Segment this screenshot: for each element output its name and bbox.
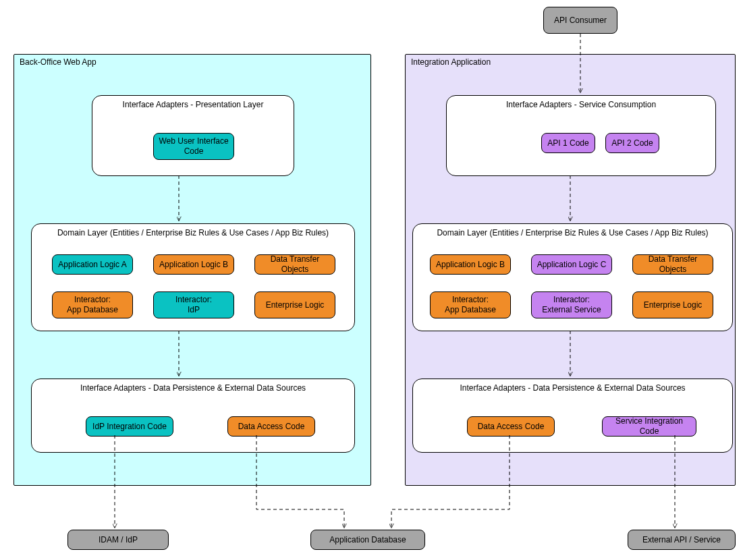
data-access-code: Data Access Code [227,416,315,437]
layer-title: Domain Layer (Entities / Enterprise Biz … [413,228,732,237]
interactor-db: Interactor: App Database [430,291,511,318]
layer-title: Interface Adapters - Presentation Layer [92,100,294,109]
layer-title: Domain Layer (Entities / Enterprise Biz … [32,228,354,237]
label: Application Logic B [159,260,228,270]
label: API Consumer [554,16,607,26]
right-domain-layer: Domain Layer (Entities / Enterprise Biz … [412,223,733,331]
integration-container: Integration Application Interface Adapte… [405,54,736,486]
layer-title: Interface Adapters - Data Persistence & … [32,383,354,393]
interactor-db: Interactor: App Database [52,291,133,318]
label: Interactor: App Database [445,295,496,315]
data-access-code: Data Access Code [467,416,555,437]
label: Data Transfer Objects [258,254,332,275]
left-domain-layer: Domain Layer (Entities / Enterprise Biz … [31,223,355,331]
app-logic-b: Application Logic B [153,254,234,275]
enterprise-logic: Enterprise Logic [254,291,335,318]
label: Application Logic C [537,260,607,270]
right-persistence-layer: Interface Adapters - Data Persistence & … [412,379,733,453]
idam-node: IDAM / IdP [67,530,169,550]
dto: Data Transfer Objects [632,254,713,275]
web-ui-node: Web User Interface Code [153,133,234,160]
label: Interactor: App Database [67,295,118,315]
api1-node: API 1 Code [541,133,595,153]
backoffice-container: Back-Office Web App Interface Adapters -… [13,54,371,486]
label: Application Logic B [436,260,505,270]
dto: Data Transfer Objects [254,254,335,275]
backoffice-title: Back-Office Web App [20,57,97,67]
interactor-idp: Interactor: IdP [153,291,234,318]
layer-title: Interface Adapters - Service Consumption [447,100,715,109]
left-persistence-layer: Interface Adapters - Data Persistence & … [31,379,355,453]
label: Data Access Code [478,422,545,432]
app-logic-b: Application Logic B [430,254,511,275]
app-database-node: Application Database [310,530,425,550]
label: Service Integration Code [605,416,693,437]
external-service-node: External API / Service [628,530,736,550]
label: IdP Integration Code [92,422,167,432]
app-logic-a: Application Logic A [52,254,133,275]
app-logic-c: Application Logic C [531,254,612,275]
layer-title: Interface Adapters - Data Persistence & … [413,383,732,393]
integration-title: Integration Application [411,57,491,67]
label: Application Database [329,535,406,545]
label: Interactor: External Service [542,295,601,315]
label: API 1 Code [547,138,588,148]
label: Web User Interface Code [157,136,231,157]
label: IDAM / IdP [99,535,138,545]
api2-node: API 2 Code [605,133,659,153]
label: Enterprise Logic [266,300,325,310]
label: API 2 Code [611,138,653,148]
label: Interactor: IdP [175,295,212,315]
enterprise-logic: Enterprise Logic [632,291,713,318]
label: Application Logic A [58,260,126,270]
service-integration-code: Service Integration Code [602,416,696,437]
idp-integration-code: IdP Integration Code [86,416,173,437]
label: Data Transfer Objects [636,254,710,275]
interactor-ext: Interactor: External Service [531,291,612,318]
right-service-layer: Interface Adapters - Service Consumption… [446,95,716,176]
api-consumer-node: API Consumer [543,7,617,34]
label: Enterprise Logic [644,300,703,310]
left-presentation-layer: Interface Adapters - Presentation Layer … [92,95,294,176]
label: Data Access Code [238,422,305,432]
label: External API / Service [642,535,721,545]
